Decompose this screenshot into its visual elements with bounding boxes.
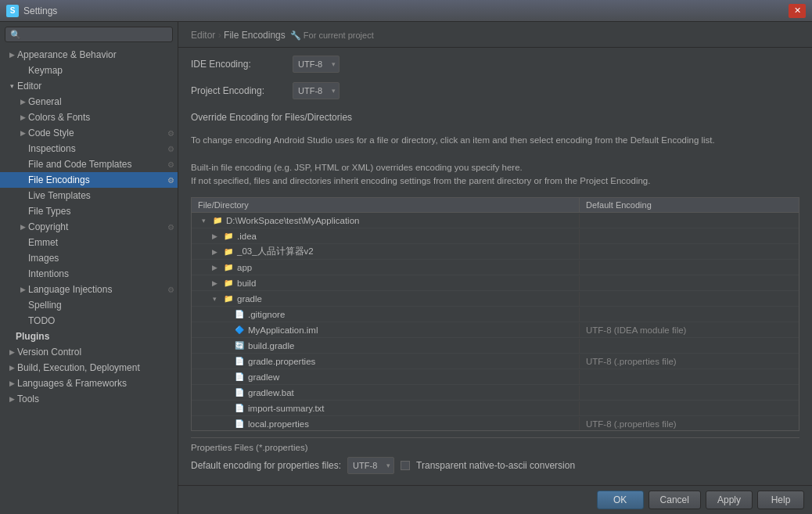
transparent-checkbox[interactable] xyxy=(401,461,410,470)
ok-button[interactable]: OK xyxy=(597,491,644,509)
sidebar-item-colors-fonts[interactable]: ▶ Colors & Fonts xyxy=(0,110,178,125)
folder-icon: 📁 xyxy=(223,262,234,273)
file-name: gradlew xyxy=(248,372,279,382)
table-row[interactable]: 📄 import-summary.txt xyxy=(192,401,799,416)
properties-row: Default encoding for properties files: U… xyxy=(191,457,799,474)
sidebar-item-images[interactable]: Images xyxy=(0,250,178,266)
search-box[interactable]: 🔍 xyxy=(5,27,173,42)
info-text3: If not specified, files and directories … xyxy=(191,176,650,185)
table-row[interactable]: 📄 .gitignore xyxy=(192,307,799,322)
ide-encoding-dropdown[interactable]: UTF-8 xyxy=(293,56,340,73)
arrow-icon: ▶ xyxy=(17,98,28,106)
table-row[interactable]: 🔷 MyApplication.iml UTF-8 (IDEA module f… xyxy=(192,322,799,338)
cancel-button[interactable]: Cancel xyxy=(649,491,701,509)
sidebar-item-label: General xyxy=(28,96,62,107)
folder-icon: 📁 xyxy=(223,278,234,289)
sidebar-item-label: TODO xyxy=(28,315,55,326)
table-row[interactable]: ▶ 📁 app xyxy=(192,260,799,275)
table-row[interactable]: 📄 gradlew.bat xyxy=(192,385,799,401)
properties-title: Properties Files (*.properties) xyxy=(191,443,799,452)
sidebar-item-spelling[interactable]: Spelling xyxy=(0,297,178,313)
table-row[interactable]: ▶ 📁 build xyxy=(192,275,799,291)
project-encoding-row: Project Encoding: UTF-8 xyxy=(191,82,799,99)
sidebar-item-file-code-templates[interactable]: File and Code Templates ⚙ xyxy=(0,156,178,172)
file-name: MyApplication.iml xyxy=(248,325,318,335)
sidebar-item-todo[interactable]: TODO xyxy=(0,313,178,329)
arrow-icon: ▶ xyxy=(6,348,17,356)
sidebar-item-languages-frameworks[interactable]: ▶ Languages & Frameworks xyxy=(0,376,178,391)
table-row[interactable]: ▾ 📁 D:\WorkSpace\test\MyApplication xyxy=(192,213,799,228)
override-section-title: Override Encoding for Files/Directories xyxy=(191,112,799,123)
title-bar: S Settings ✕ xyxy=(0,0,812,22)
properties-encoding-dropdown[interactable]: UTF-8 xyxy=(347,457,394,474)
search-input[interactable] xyxy=(24,29,167,40)
sidebar-item-inspections[interactable]: Inspections ⚙ xyxy=(0,141,178,156)
table-row[interactable]: 📄 local.properties UTF-8 (.properties fi… xyxy=(192,416,799,430)
sidebar-item-label: Inspections xyxy=(28,143,76,154)
apply-button[interactable]: Apply xyxy=(706,491,753,509)
file-icon: 🔄 xyxy=(234,340,245,351)
help-button[interactable]: Help xyxy=(757,491,804,509)
arrow-icon: ▶ xyxy=(17,223,28,231)
file-icon: 📄 xyxy=(234,372,245,383)
sidebar-item-label: Intentions xyxy=(28,268,69,279)
sidebar-item-label: Languages & Frameworks xyxy=(17,378,127,389)
project-badge: 🔧 For current project xyxy=(290,31,374,41)
sidebar-item-file-encodings[interactable]: File Encodings ⚙ xyxy=(0,172,178,188)
file-encoding xyxy=(580,376,799,379)
sidebar-item-plugins[interactable]: Plugins xyxy=(0,329,178,344)
sidebar-item-label: Version Control xyxy=(17,347,81,358)
sidebar-item-language-injections[interactable]: ▶ Language Injections ⚙ xyxy=(0,282,178,297)
table-row[interactable]: 🔄 build.gradle xyxy=(192,338,799,354)
table-row[interactable]: ▶ 📁 .idea xyxy=(192,228,799,244)
gear-icon: ⚙ xyxy=(167,223,174,232)
file-name: build xyxy=(237,279,256,288)
sidebar-item-label: Build, Execution, Deployment xyxy=(17,362,140,373)
table-row[interactable]: 📄 gradlew xyxy=(192,369,799,385)
file-name: import-summary.txt xyxy=(248,404,325,413)
project-encoding-dropdown[interactable]: UTF-8 xyxy=(293,82,340,99)
table-row[interactable]: ▾ 📁 gradle xyxy=(192,291,799,307)
sidebar-item-label: Plugins xyxy=(16,331,49,342)
sidebar-item-copyright[interactable]: ▶ Copyright ⚙ xyxy=(0,219,178,235)
sidebar-item-label: Colors & Fonts xyxy=(28,112,90,123)
row-toggle-icon: ▶ xyxy=(209,232,220,240)
file-icon: 🔷 xyxy=(234,325,245,336)
title-bar-title: Settings xyxy=(23,5,784,16)
file-name: gradle.properties xyxy=(248,357,315,366)
file-name: _03_人品计算器v2 xyxy=(237,246,314,257)
file-encoding xyxy=(580,313,799,316)
file-encoding xyxy=(580,344,799,347)
sidebar-item-keymap[interactable]: Keymap xyxy=(0,63,178,78)
sidebar-item-live-templates[interactable]: Live Templates xyxy=(0,188,178,203)
sidebar-item-label: File Encodings xyxy=(28,174,90,185)
sidebar-item-general[interactable]: ▶ General xyxy=(0,94,178,110)
sidebar-item-file-types[interactable]: File Types xyxy=(0,203,178,219)
sidebar-item-intentions[interactable]: Intentions xyxy=(0,266,178,282)
sidebar-item-editor[interactable]: ▾ Editor xyxy=(0,78,178,94)
table-row[interactable]: 📄 gradle.properties UTF-8 (.properties f… xyxy=(192,354,799,369)
file-encoding xyxy=(580,266,799,269)
sidebar-item-emmet[interactable]: Emmet xyxy=(0,235,178,250)
info-text2: Built-in file encoding (e.g. JSP, HTML o… xyxy=(191,163,523,172)
folder-icon: 📁 xyxy=(223,293,234,304)
main-layout: 🔍 ▶ Appearance & Behavior Keymap ▾ Edito… xyxy=(0,22,812,514)
close-button[interactable]: ✕ xyxy=(789,4,806,18)
gear-icon: ⚙ xyxy=(167,129,174,138)
sidebar-item-label: Images xyxy=(28,253,59,264)
file-encoding: UTF-8 (IDEA module file) xyxy=(580,324,799,336)
sidebar-item-version-control[interactable]: ▶ Version Control xyxy=(0,344,178,360)
sidebar-item-label: Language Injections xyxy=(28,284,112,295)
file-name: gradle xyxy=(237,294,262,304)
row-toggle-icon: ▶ xyxy=(209,279,220,287)
arrow-icon: ▶ xyxy=(17,286,28,293)
sidebar-tree: ▶ Appearance & Behavior Keymap ▾ Editor … xyxy=(0,45,178,514)
sidebar-item-appearance[interactable]: ▶ Appearance & Behavior xyxy=(0,47,178,63)
sidebar-item-tools[interactable]: ▶ Tools xyxy=(0,391,178,407)
sidebar-item-label: Editor xyxy=(17,81,41,92)
properties-encoding-label: Default encoding for properties files: xyxy=(191,460,341,471)
file-encoding xyxy=(580,297,799,300)
sidebar-item-build-execution[interactable]: ▶ Build, Execution, Deployment xyxy=(0,360,178,376)
table-row[interactable]: ▶ 📁 _03_人品计算器v2 xyxy=(192,244,799,260)
sidebar-item-code-style[interactable]: ▶ Code Style ⚙ xyxy=(0,125,178,141)
